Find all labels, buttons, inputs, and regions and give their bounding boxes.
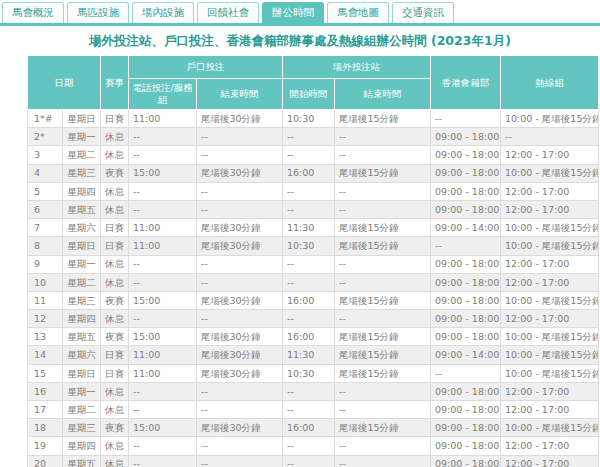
cell-race: 休息 [101,382,129,400]
cell-day: 5 [28,182,63,200]
cell-account-start: 15:00 [129,328,197,346]
cell-day: 10 [28,273,63,291]
cell-weekday: 星期三 [63,291,101,309]
cell-offcourse-start: -- [283,182,335,200]
cell-account-end: 尾場後30分鐘 [197,110,283,128]
cell-membership: 09:00 - 18:00 [431,182,501,200]
cell-weekday: 星期六 [63,346,101,364]
tab-7[interactable]: 交通資訊 [392,2,454,23]
cell-account-start: 11:00 [129,237,197,255]
table-row: 10星期二休息--------09:00 - 18:0012:00 - 17:0… [28,273,599,291]
cell-race: 夜賽 [101,419,129,437]
cell-account-start: -- [129,146,197,164]
cell-offcourse-start: -- [283,128,335,146]
cell-race: 休息 [101,255,129,273]
tab-3[interactable]: 場內設施 [132,2,194,23]
cell-offcourse-start: 11:30 [283,219,335,237]
cell-weekday: 星期日 [63,110,101,128]
cell-account-end: 尾場後30分鐘 [197,237,283,255]
cell-weekday: 星期五 [63,200,101,218]
cell-weekday: 星期五 [63,455,101,467]
cell-offcourse-end: 尾場後15分鐘 [335,328,431,346]
cell-offcourse-start: 16:00 [283,419,335,437]
col-header-offcourse-start: 開始時間 [283,79,335,110]
cell-membership: -- [431,237,501,255]
cell-hotline: 12:00 - 17:00 [501,437,599,455]
cell-day: 2* [28,128,63,146]
cell-membership: 09:00 - 18:00 [431,419,501,437]
cell-race: 休息 [101,273,129,291]
cell-day: 20 [28,455,63,467]
cell-offcourse-start: -- [283,273,335,291]
cell-hotline: 12:00 - 17:00 [501,401,599,419]
cell-hotline: 10:00 - 尾場後15分鐘 [501,364,599,382]
cell-offcourse-start: 10:30 [283,110,335,128]
cell-hotline: 10:00 - 尾場後15分鐘 [501,219,599,237]
cell-offcourse-end: 尾場後15分鐘 [335,110,431,128]
cell-race: 夜賽 [101,328,129,346]
cell-offcourse-end: 尾場後15分鐘 [335,219,431,237]
cell-day: 7 [28,219,63,237]
cell-offcourse-end: 尾場後15分鐘 [335,237,431,255]
cell-membership: 09:00 - 18:00 [431,437,501,455]
cell-account-start: 15:00 [129,291,197,309]
table-row: 16星期一休息--------09:00 - 18:0012:00 - 17:0… [28,382,599,400]
cell-membership: 09:00 - 14:00 [431,219,501,237]
tab-5[interactable]: 辦公時間 [262,2,324,23]
page-title: 場外投注站、戶口投注、香港會籍部辦事處及熱線組辦公時間 (2023年1月) [0,33,600,50]
cell-hotline: 10:00 - 尾場後15分鐘 [501,110,599,128]
cell-account-start: 11:00 [129,364,197,382]
cell-day: 14 [28,346,63,364]
table-row: 12星期四休息--------09:00 - 18:0012:00 - 17:0… [28,310,599,328]
cell-offcourse-end: -- [335,382,431,400]
cell-offcourse-end: 尾場後15分鐘 [335,419,431,437]
cell-account-end: 尾場後30分鐘 [197,219,283,237]
cell-offcourse-start: 10:30 [283,237,335,255]
tab-6[interactable]: 馬會地圖 [327,2,389,23]
cell-membership: 09:00 - 18:00 [431,310,501,328]
cell-hotline: -- [501,128,599,146]
cell-membership: -- [431,110,501,128]
cell-membership: 09:00 - 14:00 [431,346,501,364]
cell-account-end: 尾場後30分鐘 [197,328,283,346]
cell-hotline: 10:00 - 尾場後15分鐘 [501,346,599,364]
cell-offcourse-start: -- [283,200,335,218]
cell-race: 休息 [101,310,129,328]
cell-account-end: -- [197,310,283,328]
cell-account-end: -- [197,455,283,467]
table-row: 7星期六日賽11:00尾場後30分鐘11:30尾場後15分鐘09:00 - 14… [28,219,599,237]
cell-hotline: 12:00 - 17:00 [501,146,599,164]
cell-account-start: 11:00 [129,346,197,364]
cell-offcourse-end: 尾場後15分鐘 [335,291,431,309]
cell-membership: 09:00 - 18:00 [431,401,501,419]
cell-offcourse-start: -- [283,382,335,400]
cell-hotline: 10:00 - 尾場後15分鐘 [501,419,599,437]
tab-1[interactable]: 馬會概況 [2,2,64,23]
cell-race: 休息 [101,455,129,467]
cell-race: 日賽 [101,346,129,364]
cell-hotline: 12:00 - 17:00 [501,455,599,467]
cell-membership: 09:00 - 18:00 [431,128,501,146]
cell-race: 夜賽 [101,164,129,182]
tab-4[interactable]: 回饋社會 [197,2,259,23]
group-header-account-betting: 戶口投注 [129,56,283,79]
cell-account-end: 尾場後30分鐘 [197,346,283,364]
cell-membership: 09:00 - 18:00 [431,328,501,346]
cell-weekday: 星期四 [63,310,101,328]
cell-weekday: 星期一 [63,382,101,400]
cell-weekday: 星期二 [63,401,101,419]
table-row: 14星期六日賽11:00尾場後30分鐘11:30尾場後15分鐘09:00 - 1… [28,346,599,364]
cell-race: 日賽 [101,219,129,237]
tab-2[interactable]: 馬匹設施 [67,2,129,23]
table-row: 13星期五夜賽15:00尾場後30分鐘16:00尾場後15分鐘09:00 - 1… [28,328,599,346]
table-row: 4星期三夜賽15:00尾場後30分鐘16:00尾場後15分鐘09:00 - 18… [28,164,599,182]
cell-offcourse-start: 16:00 [283,164,335,182]
cell-offcourse-end: -- [335,182,431,200]
table-row: 1*#星期日日賽11:00尾場後30分鐘10:30尾場後15分鐘--10:00 … [28,110,599,128]
table-row: 6星期五休息--------09:00 - 18:0012:00 - 17:00 [28,200,599,218]
table-row: 3星期二休息--------09:00 - 18:0012:00 - 17:00 [28,146,599,164]
table-row: 5星期四休息--------09:00 - 18:0012:00 - 17:00 [28,182,599,200]
cell-hotline: 12:00 - 17:00 [501,200,599,218]
cell-race: 休息 [101,200,129,218]
group-header-offcourse-betting: 場外投注站 [283,56,431,79]
